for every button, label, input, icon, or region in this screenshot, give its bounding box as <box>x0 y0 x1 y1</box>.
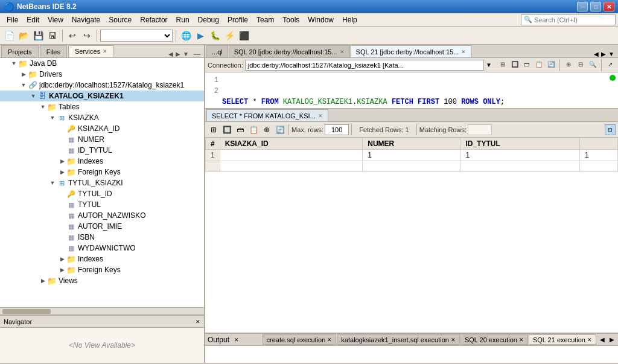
output-close[interactable]: ✕ <box>234 337 239 343</box>
tree-node-jdbc[interactable]: ▼ 🔗 jdbc:derby://localhost:1527/Katalog_… <box>0 80 204 91</box>
save-all-button[interactable]: 🖫 <box>46 29 59 42</box>
conn-btn-9[interactable]: ↗ <box>605 59 616 70</box>
conn-btn-6[interactable]: ⊕ <box>563 59 574 70</box>
services-tab-close[interactable]: ✕ <box>103 48 107 54</box>
menu-source[interactable]: Source <box>104 13 136 26</box>
tree-node-fk-1[interactable]: ▶ 📁 Foreign Keys <box>0 167 204 177</box>
browser-button[interactable]: 🌐 <box>179 29 193 42</box>
rtb-btn-refresh[interactable]: 🔄 <box>274 124 286 136</box>
panel-minimize[interactable]: — <box>193 50 202 57</box>
rtb-btn-2[interactable]: 🔲 <box>221 124 233 136</box>
sql20-tab-close[interactable]: ✕ <box>340 49 345 55</box>
expand-indexes-2[interactable]: ▶ <box>58 255 66 263</box>
close-button[interactable]: ✕ <box>604 2 614 11</box>
menu-team[interactable]: Team <box>252 13 278 26</box>
output-tab-close-3[interactable]: ✕ <box>519 337 524 343</box>
tree-hscroll[interactable] <box>0 307 204 315</box>
rtb-btn-3[interactable]: 🗃 <box>234 124 246 136</box>
panel-scroll-left[interactable]: ◀ <box>167 51 174 57</box>
tree-node-wydaw[interactable]: ▦ WYDAWNICTWO <box>0 243 204 254</box>
tree-node-drivers[interactable]: ▶ 📁 Drivers <box>0 69 204 80</box>
conn-btn-7[interactable]: ⊟ <box>575 59 586 70</box>
expand-ksiazka[interactable]: ▼ <box>48 113 57 122</box>
conn-btn-8[interactable]: 🔍 <box>587 59 598 70</box>
editor-tab-sql21[interactable]: SQL 21 [jdbc:derby://localhost:15... ✕ <box>351 45 472 57</box>
stop-button[interactable]: ⬛ <box>237 29 250 42</box>
tree-node-tytul-id[interactable]: 🔑 TYTUL_ID <box>0 188 204 199</box>
undo-button[interactable]: ↩ <box>66 29 79 42</box>
sql-editor[interactable]: 1 2 SELECT * FROM KATALOG_KSIAZEK1.KSIAZ… <box>205 72 618 109</box>
results-tab-close[interactable]: ✕ <box>318 113 323 119</box>
editor-tabs-scroll-left[interactable]: ◀ <box>593 51 600 57</box>
conn-btn-2[interactable]: 🔲 <box>509 59 520 70</box>
conn-dropdown[interactable]: ▼ <box>486 62 492 68</box>
rtb-btn-4[interactable]: 📋 <box>247 124 260 136</box>
tree-node-autor-imie[interactable]: ▦ AUTOR_IMIE <box>0 221 204 232</box>
navigator-close[interactable]: ✕ <box>196 319 200 325</box>
minimize-button[interactable]: ─ <box>577 2 588 11</box>
menu-debug[interactable]: Debug <box>194 13 223 26</box>
expand-jdbc[interactable]: ▼ <box>19 81 28 89</box>
debug-button[interactable]: 🐛 <box>208 29 221 42</box>
tree-node-views[interactable]: ▶ 📁 Views <box>0 275 204 286</box>
conn-btn-3[interactable]: 🗃 <box>521 59 532 70</box>
output-tab-create[interactable]: create.sql execution ✕ <box>263 334 337 345</box>
tree-node-ksiazka-id[interactable]: 🔑 KSIAZKA_ID <box>0 123 204 134</box>
search-input[interactable] <box>534 16 613 24</box>
menu-edit[interactable]: Edit <box>22 13 43 26</box>
tree-node-fk-2[interactable]: ▶ 📁 Foreign Keys <box>0 264 204 275</box>
menu-run[interactable]: Run <box>172 13 194 26</box>
expand-fk-1[interactable]: ▶ <box>58 168 66 176</box>
tree-node-ksiazka[interactable]: ▼ ⊞ KSIAZKA <box>0 112 204 123</box>
expand-fk-2[interactable]: ▶ <box>58 266 66 274</box>
panel-scroll-right[interactable]: ▶ <box>174 51 182 57</box>
output-tab-sql20[interactable]: SQL 20 execution ✕ <box>460 334 528 345</box>
menu-tools[interactable]: Tools <box>278 13 304 26</box>
sql21-tab-close[interactable]: ✕ <box>461 49 466 55</box>
conn-btn-5[interactable]: 🔄 <box>546 59 556 70</box>
sql-content[interactable]: SELECT * FROM KATALOG_KSIAZEK1.KSIAZKA F… <box>222 75 616 106</box>
expand-drivers[interactable]: ▶ <box>19 70 28 78</box>
editor-tab-sql20[interactable]: SQL 20 [jdbc:derby://localhost:15... ✕ <box>229 45 350 57</box>
editor-tab-sql[interactable]: ...ql <box>206 45 228 57</box>
save-button[interactable]: 💾 <box>31 29 45 42</box>
expand-tytul[interactable]: ▼ <box>48 179 57 187</box>
menu-file[interactable]: File <box>2 13 22 26</box>
expand-java-db[interactable]: ▼ <box>10 59 18 68</box>
rtb-btn-1[interactable]: ⊞ <box>208 124 220 136</box>
menu-refactor[interactable]: Refactor <box>136 13 171 26</box>
col-toggle-icon[interactable]: ⊡ <box>605 124 616 135</box>
output-scroll-right[interactable]: ▶ <box>608 336 616 343</box>
expand-views[interactable]: ▶ <box>39 276 47 285</box>
tab-projects[interactable]: Projects <box>1 45 39 57</box>
tree-node-indexes-2[interactable]: ▶ 📁 Indexes <box>0 254 204 264</box>
menu-profile[interactable]: Profile <box>223 13 252 26</box>
tree-node-tytul[interactable]: ▼ ⊞ TYTUL_KSIAZKI <box>0 177 204 188</box>
tree-node-numer[interactable]: ▦ NUMER <box>0 134 204 145</box>
profile-run-button[interactable]: ⚡ <box>223 29 236 42</box>
output-tab-close-1[interactable]: ✕ <box>327 337 332 343</box>
tab-files[interactable]: Files <box>40 45 67 57</box>
restore-button[interactable]: □ <box>590 2 601 11</box>
tree-node-autor-naz[interactable]: ▦ AUTOR_NAZWISKO <box>0 210 204 221</box>
output-tab-close-2[interactable]: ✕ <box>451 337 456 343</box>
conn-btn-4[interactable]: 📋 <box>534 59 544 70</box>
rtb-btn-5[interactable]: ⊕ <box>261 124 273 136</box>
output-tab-sql21[interactable]: SQL 21 execution ✕ <box>529 334 596 345</box>
expand-tables[interactable]: ▼ <box>39 103 47 111</box>
tree-node-tytul-col[interactable]: ▦ TYTUL <box>0 199 204 210</box>
menu-view[interactable]: View <box>43 13 68 26</box>
tree-node-java-db[interactable]: ▼ 📁 Java DB <box>0 58 204 69</box>
tree-node-katalog[interactable]: ▼ 🗄 KATALOG_KSIAZEK1 <box>0 91 204 101</box>
expand-indexes-1[interactable]: ▶ <box>58 157 66 165</box>
tree-node-id-tytul[interactable]: ▦ ID_TYTUL <box>0 145 204 156</box>
project-combo[interactable] <box>100 30 173 42</box>
tree-node-indexes-1[interactable]: ▶ 📁 Indexes <box>0 156 204 167</box>
expand-katalog[interactable]: ▼ <box>29 92 37 100</box>
panel-menu[interactable]: ▼ <box>182 51 190 57</box>
run-button[interactable]: ▶ <box>194 29 207 42</box>
redo-button[interactable]: ↪ <box>80 29 94 42</box>
output-tab-close-4[interactable]: ✕ <box>587 337 592 343</box>
menu-help[interactable]: Help <box>338 13 362 26</box>
conn-btn-1[interactable]: ⊞ <box>497 59 508 70</box>
